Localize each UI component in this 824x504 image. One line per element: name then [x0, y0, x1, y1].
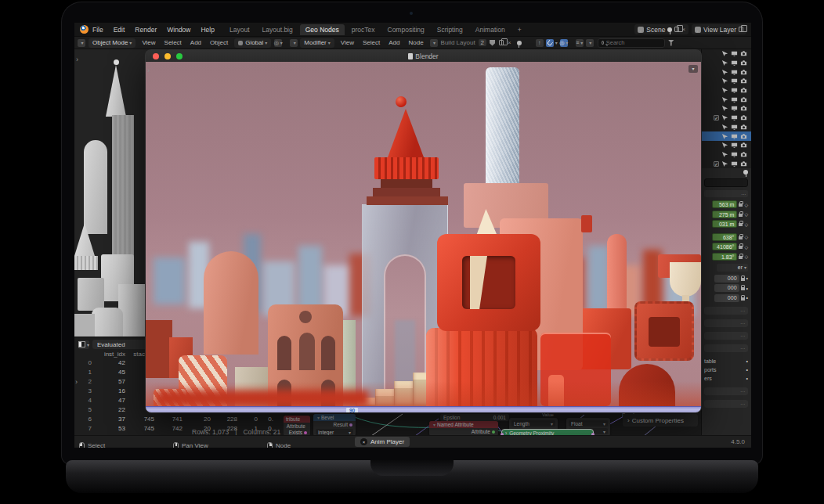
transform-value-field[interactable]: 1.83° — [712, 253, 737, 261]
cursor-select-icon[interactable] — [721, 77, 728, 85]
view-layer-selector[interactable]: View Layer — [692, 24, 746, 34]
keyframe-dot-icon[interactable]: • — [746, 295, 748, 301]
panel-expand-icon[interactable]: › — [75, 378, 78, 386]
proportional-edit-icon[interactable]: ◎ — [560, 39, 568, 47]
animation-timeline[interactable]: 90 — [146, 406, 701, 412]
spreadsheet-editor-icon[interactable] — [78, 340, 89, 349]
fake-user-icon[interactable] — [490, 40, 495, 46]
hide-render-icon[interactable] — [740, 77, 747, 85]
cursor-select-icon[interactable] — [721, 96, 728, 103]
menu-window[interactable]: Window — [167, 26, 190, 34]
checkbox[interactable]: ✓ — [714, 161, 719, 167]
stop-icon[interactable]: × — [360, 438, 367, 445]
visibility-row[interactable]: table• — [704, 357, 748, 365]
editor-type-icon[interactable] — [78, 39, 85, 47]
scale-value-field[interactable]: 000 — [714, 275, 739, 283]
cursor-select-icon[interactable] — [721, 69, 728, 76]
users-count-badge[interactable]: 2 — [479, 39, 486, 46]
tab-compositing[interactable]: Compositing — [382, 24, 430, 35]
hide-render-icon[interactable] — [740, 105, 747, 112]
toolbar-expand-icon[interactable]: › — [76, 56, 78, 63]
cursor-select-icon[interactable] — [721, 133, 728, 140]
lock-icon[interactable] — [741, 297, 745, 301]
hide-viewport-icon[interactable] — [731, 50, 738, 57]
snap-magnet-icon[interactable] — [546, 39, 554, 47]
node-header[interactable]: tribute — [284, 416, 310, 423]
epsilon-field[interactable]: Epsilon0.001 — [440, 414, 509, 421]
lock-icon[interactable] — [739, 203, 743, 207]
lock-icon[interactable] — [739, 223, 743, 226]
collapsed-panel[interactable]: ⋯ — [704, 319, 748, 327]
pin-nodetree-icon[interactable] — [517, 41, 522, 45]
geonodes-menu-node[interactable]: Node — [408, 39, 423, 46]
toggle-dot-icon[interactable]: • — [746, 367, 748, 373]
type-dropdown[interactable]: Float — [569, 420, 608, 427]
transform-value-field[interactable]: 275 m — [712, 211, 737, 218]
hide-render-icon[interactable] — [740, 160, 747, 167]
operation-dropdown[interactable]: Length — [511, 420, 555, 427]
outliner-row[interactable] — [702, 104, 751, 113]
cursor-select-icon[interactable] — [721, 87, 728, 94]
cursor-select-icon[interactable] — [721, 59, 728, 67]
node-header[interactable]: Bevel — [313, 414, 356, 421]
outliner-row[interactable] — [702, 67, 751, 77]
node-header[interactable]: Named Attribute — [429, 421, 498, 428]
toggle-dot-icon[interactable]: • — [746, 376, 748, 381]
rotation-mode-dropdown[interactable]: er — [717, 264, 748, 272]
outliner-row[interactable] — [702, 77, 751, 86]
hide-render-icon[interactable] — [740, 59, 747, 67]
transform-value-field[interactable]: 563 m — [712, 200, 737, 208]
named-attribute-node[interactable]: Named Attribute Attribute — [429, 421, 498, 435]
outliner-row[interactable] — [702, 123, 751, 132]
scale-value-field[interactable]: 000 — [714, 284, 739, 292]
cursor-select-icon[interactable] — [721, 124, 728, 131]
lock-icon[interactable] — [739, 256, 743, 259]
keyframe-dot-icon[interactable]: • — [746, 275, 748, 281]
data-type-dropdown[interactable]: Integer — [316, 429, 353, 435]
geonodes-menu-add[interactable]: Add — [389, 39, 399, 46]
toggle-dot-icon[interactable]: • — [746, 358, 748, 364]
tab-layout[interactable]: Layout — [224, 24, 255, 35]
cursor-select-icon[interactable] — [721, 151, 728, 158]
viewport-menu-add[interactable]: Add — [190, 39, 201, 46]
hide-viewport-icon[interactable] — [731, 87, 738, 94]
pin-icon[interactable] — [743, 170, 748, 175]
tab-layout-big[interactable]: Layout.big — [257, 24, 298, 35]
hide-render-icon[interactable] — [740, 133, 747, 140]
orientation-dropdown[interactable]: Global — [234, 38, 271, 48]
region-expand-icon[interactable]: › — [147, 67, 150, 74]
hide-viewport-icon[interactable] — [731, 160, 738, 167]
viewport-menu-view[interactable]: View — [142, 39, 155, 46]
tab-proctex[interactable]: procTex — [346, 24, 381, 35]
outliner-row[interactable] — [702, 59, 751, 68]
viewport-menu-object[interactable]: Object — [210, 39, 228, 46]
menu-render[interactable]: Render — [135, 26, 157, 34]
snap-dropdown[interactable] — [554, 39, 558, 46]
outliner-row[interactable]: ✓ — [702, 113, 751, 123]
attribute-node-fragment[interactable]: tribute Attribute Exists — [284, 416, 310, 435]
collapsed-panel[interactable]: ⋯ — [704, 332, 748, 340]
mode-dropdown[interactable]: Object Mode — [89, 38, 136, 48]
lock-icon[interactable] — [741, 287, 745, 290]
hide-viewport-icon[interactable] — [731, 151, 738, 158]
pin-icon[interactable] — [667, 27, 672, 32]
outliner-row[interactable] — [702, 131, 751, 141]
outliner-row[interactable] — [702, 49, 751, 59]
menu-help[interactable]: Help — [201, 26, 214, 34]
viewport-menu-select[interactable]: Select — [164, 39, 182, 46]
hide-viewport-icon[interactable] — [731, 69, 738, 76]
parent-icon[interactable]: ↑ — [536, 39, 544, 47]
render-window[interactable]: Blender — [146, 50, 701, 412]
tab-animation[interactable]: Animation — [470, 24, 511, 35]
hide-render-icon[interactable] — [740, 151, 747, 158]
menu-edit[interactable]: Edit — [114, 26, 125, 34]
checkbox[interactable]: ✓ — [714, 115, 719, 121]
column-header-inst_idx[interactable]: inst_idx — [94, 351, 125, 358]
new-scene-icon[interactable] — [674, 27, 679, 32]
filter-funnel-icon[interactable] — [668, 40, 674, 46]
outliner-row[interactable] — [702, 86, 751, 95]
duplicate-icon[interactable] — [499, 40, 504, 45]
custom-properties-panel[interactable]: › Custom Properties — [623, 414, 698, 427]
nodetree-icon[interactable] — [430, 39, 438, 47]
keyframe-icon[interactable]: ◇ — [744, 202, 748, 207]
